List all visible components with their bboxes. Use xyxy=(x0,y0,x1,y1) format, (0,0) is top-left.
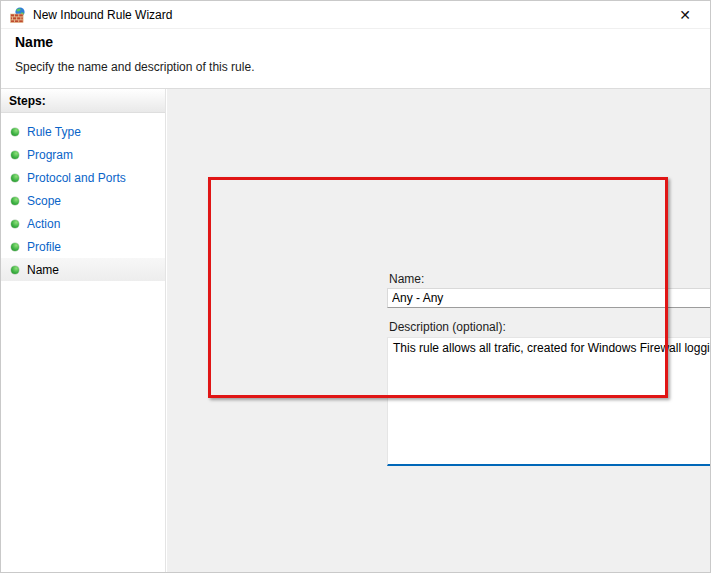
sidebar-step-item[interactable]: Action xyxy=(1,212,165,235)
sidebar-step-item[interactable]: Program xyxy=(1,143,165,166)
page-header: Name Specify the name and description of… xyxy=(1,29,710,89)
sidebar-step-item[interactable]: Rule Type xyxy=(1,120,165,143)
green-dot-icon xyxy=(11,266,19,274)
steps-sidebar: Steps: Rule Type Program Protocol and Po… xyxy=(1,89,166,573)
step-label: Name xyxy=(27,263,59,277)
green-dot-icon xyxy=(11,151,19,159)
green-dot-icon xyxy=(11,220,19,228)
description-field-label: Description (optional): xyxy=(389,320,506,334)
page-subtitle: Specify the name and description of this… xyxy=(15,60,254,74)
name-field-label: Name: xyxy=(389,272,424,286)
step-label: Profile xyxy=(27,240,61,254)
sidebar-step-item[interactable]: Name xyxy=(1,258,165,281)
green-dot-icon xyxy=(11,197,19,205)
page-title: Name xyxy=(15,34,53,50)
wizard-content: Name: Description (optional): This rule … xyxy=(167,89,711,573)
step-label: Scope xyxy=(27,194,61,208)
wizard-window: New Inbound Rule Wizard ✕ Name Specify t… xyxy=(0,0,711,573)
sidebar-step-item[interactable]: Protocol and Ports xyxy=(1,166,165,189)
description-text: This rule allows all trafic, created for… xyxy=(393,341,711,355)
steps-heading: Steps: xyxy=(1,89,165,113)
step-label: Program xyxy=(27,148,73,162)
sidebar-step-item[interactable]: Profile xyxy=(1,235,165,258)
title-bar: New Inbound Rule Wizard ✕ xyxy=(1,1,710,29)
name-input[interactable] xyxy=(387,288,711,308)
green-dot-icon xyxy=(11,243,19,251)
close-icon[interactable]: ✕ xyxy=(670,3,700,27)
steps-list: Rule Type Program Protocol and Ports Sco… xyxy=(1,113,165,281)
firewall-icon xyxy=(10,7,26,23)
step-label: Rule Type xyxy=(27,125,81,139)
description-textarea[interactable]: This rule allows all trafic, created for… xyxy=(387,337,711,466)
green-dot-icon xyxy=(11,128,19,136)
sidebar-step-item[interactable]: Scope xyxy=(1,189,165,212)
step-label: Action xyxy=(27,217,60,231)
step-label: Protocol and Ports xyxy=(27,171,126,185)
green-dot-icon xyxy=(11,174,19,182)
window-title: New Inbound Rule Wizard xyxy=(33,8,172,22)
